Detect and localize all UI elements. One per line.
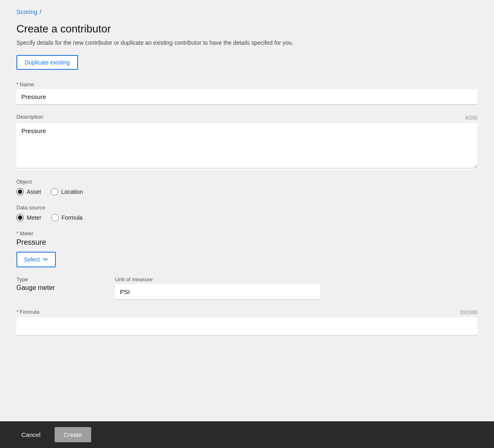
datasource-formula-radio[interactable]	[51, 214, 59, 221]
uom-label: Unit of measure	[115, 276, 320, 283]
object-section: Object Asset Location	[16, 179, 478, 195]
formula-input-wrapper	[16, 317, 478, 335]
description-label: Description	[16, 114, 43, 120]
uom-block: Unit of measure	[115, 276, 320, 300]
description-textarea[interactable]: Pressure	[16, 123, 478, 168]
name-input-wrapper	[16, 89, 478, 105]
breadcrumb: Scoring /	[16, 8, 478, 15]
datasource-section: Data source Meter Formula	[16, 204, 478, 221]
formula-label: * Formula	[16, 309, 39, 315]
main-content: Scoring / Create a contributor Specify d…	[0, 0, 494, 448]
description-section: Description 8/200 Pressure	[16, 114, 478, 170]
datasource-radio-group: Meter Formula	[16, 214, 478, 221]
name-section: * Name	[16, 81, 478, 105]
footer-bar: Cancel Create	[0, 421, 494, 448]
cancel-button[interactable]: Cancel	[12, 427, 50, 442]
type-label: Type	[16, 276, 99, 283]
datasource-formula-label: Formula	[62, 214, 83, 221]
datasource-formula-option[interactable]: Formula	[51, 214, 83, 221]
object-radio-group: Asset Location	[16, 188, 478, 195]
datasource-meter-label: Meter	[27, 214, 41, 221]
name-input[interactable]	[16, 89, 478, 105]
formula-header: * Formula 20/1000	[16, 309, 478, 316]
name-required-star: *	[16, 81, 18, 87]
formula-input[interactable]	[16, 317, 478, 335]
meter-value: Pressure	[16, 238, 478, 247]
page-wrapper: Scoring / Create a contributor Specify d…	[0, 0, 494, 448]
description-input-wrapper: Pressure	[16, 123, 478, 170]
datasource-meter-option[interactable]: Meter	[16, 214, 41, 221]
description-char-count: 8/200	[465, 115, 478, 121]
formula-required-star: *	[16, 309, 18, 315]
datasource-label: Data source	[16, 204, 478, 211]
object-location-option[interactable]: Location	[51, 188, 83, 195]
object-asset-radio[interactable]	[16, 188, 24, 195]
formula-section: * Formula 20/1000	[16, 309, 478, 335]
uom-input-wrapper	[115, 284, 320, 300]
page-title: Create a contributor	[16, 23, 478, 35]
duplicate-existing-button[interactable]: Duplicate existing	[16, 55, 78, 70]
type-block: Type Gauge meter	[16, 276, 99, 292]
description-header: Description 8/200	[16, 114, 478, 122]
object-asset-label: Asset	[27, 188, 41, 195]
name-label: * Name	[16, 81, 478, 87]
pencil-icon: ✏	[43, 256, 48, 263]
object-asset-option[interactable]: Asset	[16, 188, 41, 195]
page-description: Specify details for the new contributor …	[16, 39, 478, 46]
breadcrumb-separator: /	[40, 8, 41, 15]
uom-input[interactable]	[115, 284, 320, 300]
breadcrumb-scoring-link[interactable]: Scoring	[16, 8, 37, 15]
select-button-label: Select	[24, 256, 40, 263]
meter-label: * Meter	[16, 230, 478, 237]
object-location-radio[interactable]	[51, 188, 58, 195]
meter-section: * Meter Pressure Select ✏	[16, 230, 478, 267]
formula-char-count: 20/1000	[460, 310, 478, 315]
type-value: Gauge meter	[16, 284, 99, 292]
object-label: Object	[16, 179, 478, 185]
datasource-meter-radio[interactable]	[16, 214, 24, 221]
select-button[interactable]: Select ✏	[16, 252, 56, 267]
object-location-label: Location	[61, 188, 83, 195]
create-button[interactable]: Create	[55, 427, 91, 442]
meter-required-star: *	[16, 230, 18, 237]
type-uom-row: Type Gauge meter Unit of measure	[16, 276, 478, 300]
